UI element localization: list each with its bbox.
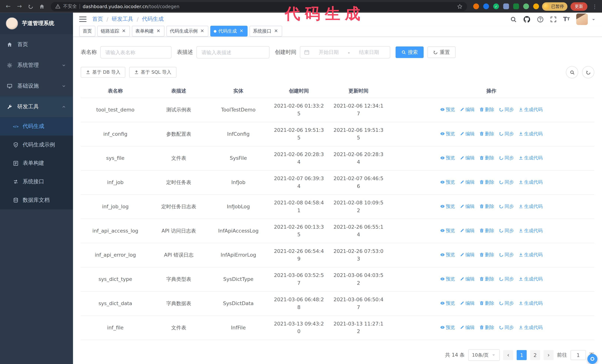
close-icon[interactable]: × [273, 29, 279, 34]
extension-icon[interactable] [483, 3, 489, 9]
tab-form-build[interactable]: 表单构建× [132, 26, 164, 36]
sidebar-item-db-doc[interactable]: 数据库文档 [0, 191, 73, 209]
sidebar-item-codegen[interactable]: 代码生成 [0, 117, 73, 136]
action-sync[interactable]: 同步 [499, 275, 514, 283]
action-edit[interactable]: 编辑 [460, 154, 474, 162]
extension-icon[interactable] [523, 3, 529, 9]
github-icon[interactable] [523, 16, 530, 23]
search-icon[interactable] [510, 16, 516, 22]
close-icon[interactable]: × [239, 29, 244, 34]
action-sync[interactable]: 同步 [499, 130, 514, 137]
tab-codegen-demo[interactable]: 代码生成示例× [167, 26, 208, 36]
fullscreen-icon[interactable] [550, 16, 557, 22]
action-edit[interactable]: 编辑 [460, 251, 474, 259]
action-generate[interactable]: 生成代码 [518, 154, 543, 162]
tab-codegen[interactable]: 代码生成× [210, 26, 247, 36]
action-delete[interactable]: 删除 [479, 275, 494, 283]
sidebar-item-api[interactable]: 系统接口 [0, 173, 73, 191]
page-button[interactable]: 2 [530, 350, 540, 360]
action-sync[interactable]: 同步 [499, 299, 514, 307]
update-button[interactable]: 更新 [570, 2, 587, 10]
reset-button[interactable]: 重置 [428, 46, 456, 58]
action-delete[interactable]: 删除 [479, 227, 494, 234]
action-preview[interactable]: 预览 [440, 178, 455, 186]
bookmark-star-icon[interactable] [457, 3, 462, 9]
breadcrumb-item[interactable]: 代码生成 [142, 16, 163, 23]
page-size-select[interactable]: 10条/页 [468, 349, 500, 361]
page-button[interactable]: 1 [516, 350, 527, 360]
breadcrumb-item[interactable]: 研发工具 [112, 16, 133, 23]
action-preview[interactable]: 预览 [440, 251, 455, 259]
action-edit[interactable]: 编辑 [460, 275, 474, 283]
breadcrumb-item[interactable]: 首页 [92, 16, 103, 23]
font-size-icon[interactable]: TT [563, 16, 570, 22]
action-edit[interactable]: 编辑 [460, 130, 474, 137]
float-ball[interactable] [587, 354, 597, 364]
action-generate[interactable]: 生成代码 [518, 106, 543, 114]
tab-api[interactable]: 系统接口× [249, 26, 282, 36]
forward-icon[interactable]: → [14, 0, 25, 13]
action-generate[interactable]: 生成代码 [518, 251, 543, 259]
user-avatar[interactable] [576, 13, 588, 25]
action-delete[interactable]: 删除 [479, 178, 494, 186]
action-preview[interactable]: 预览 [440, 227, 455, 234]
action-edit[interactable]: 编辑 [460, 203, 474, 210]
caret-down-icon[interactable] [591, 16, 596, 23]
action-generate[interactable]: 生成代码 [518, 227, 543, 234]
back-icon[interactable]: ← [3, 0, 13, 13]
action-edit[interactable]: 编辑 [460, 106, 474, 114]
next-page-button[interactable]: › [544, 350, 554, 360]
action-sync[interactable]: 同步 [499, 227, 514, 234]
action-delete[interactable]: 删除 [479, 130, 494, 137]
create-time-range-picker[interactable]: 开始日期 - 结束日期 [300, 46, 390, 58]
import-sql-button[interactable]: 基于 SQL 导入 [129, 67, 176, 78]
sidebar-item-form-build[interactable]: 表单构建 [0, 154, 73, 173]
action-sync[interactable]: 同步 [499, 154, 514, 162]
extension-icon[interactable] [473, 3, 479, 9]
action-sync[interactable]: 同步 [499, 251, 514, 259]
address-bar[interactable]: 不安全 dashboard.yudao.iocoder.cn/tool/code… [51, 2, 467, 11]
goto-page-input[interactable] [570, 350, 586, 360]
action-generate[interactable]: 生成代码 [518, 178, 543, 186]
extension-icon[interactable]: ✓ [493, 3, 499, 9]
action-edit[interactable]: 编辑 [460, 323, 474, 331]
extension-icon[interactable] [513, 3, 519, 9]
action-preview[interactable]: 预览 [440, 275, 455, 283]
sidebar-item-devtools[interactable]: 研发工具 [0, 96, 73, 117]
action-delete[interactable]: 删除 [479, 203, 494, 210]
import-db-button[interactable]: 基于 DB 导入 [81, 67, 125, 78]
sidebar-item-infra[interactable]: 基础设施 [0, 76, 73, 96]
sidebar-item-system[interactable]: 系统管理 [0, 55, 73, 76]
question-icon[interactable] [537, 16, 543, 22]
action-generate[interactable]: 生成代码 [518, 130, 543, 137]
action-preview[interactable]: 预览 [440, 203, 455, 210]
extension-icon[interactable] [533, 3, 539, 9]
sidebar-item-home[interactable]: 首页 [0, 34, 73, 55]
home-icon[interactable] [36, 0, 47, 13]
action-preview[interactable]: 预览 [440, 106, 455, 114]
action-sync[interactable]: 同步 [499, 203, 514, 210]
action-delete[interactable]: 删除 [479, 323, 494, 331]
action-delete[interactable]: 删除 [479, 251, 494, 259]
sidebar-item-codegen-demo[interactable]: 代码生成示例 [0, 136, 73, 154]
action-generate[interactable]: 生成代码 [518, 203, 543, 210]
close-icon[interactable]: × [200, 29, 205, 34]
tab-trace[interactable]: 链路追踪× [97, 26, 130, 36]
action-edit[interactable]: 编辑 [460, 227, 474, 234]
action-preview[interactable]: 预览 [440, 323, 455, 331]
action-edit[interactable]: 编辑 [460, 299, 474, 307]
tab-home[interactable]: 首页 [79, 26, 95, 36]
action-preview[interactable]: 预览 [440, 299, 455, 307]
close-icon[interactable]: × [121, 29, 127, 34]
action-generate[interactable]: 生成代码 [518, 323, 543, 331]
profile-badge[interactable]: 已暂停 [542, 2, 567, 10]
action-delete[interactable]: 删除 [479, 106, 494, 114]
action-delete[interactable]: 删除 [479, 154, 494, 162]
close-icon[interactable]: × [156, 29, 161, 34]
action-preview[interactable]: 预览 [440, 130, 455, 137]
action-delete[interactable]: 删除 [479, 299, 494, 307]
action-generate[interactable]: 生成代码 [518, 299, 543, 307]
kebab-menu-icon[interactable]: ⋮ [591, 3, 599, 10]
action-generate[interactable]: 生成代码 [518, 275, 543, 283]
hide-search-button[interactable] [566, 66, 578, 78]
